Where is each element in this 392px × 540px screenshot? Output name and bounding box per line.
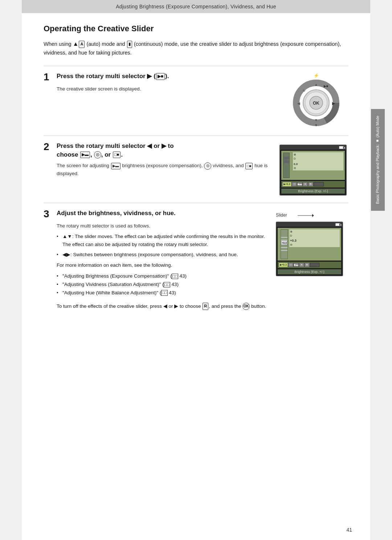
vividness-icon: ☉	[94, 151, 101, 158]
page-number: 41	[346, 527, 352, 533]
svg-text:↻: ↻	[303, 89, 306, 93]
svg-text:◀: ◀	[297, 101, 300, 105]
intro-text: When using ▲A (auto) mode and ▮ (continu…	[44, 39, 348, 57]
header-title: Adjusting Brightness (Exposure Compensat…	[116, 4, 276, 9]
step-1: 1 Press the rotary multi selector ▶ (▶■)…	[44, 66, 348, 128]
section-title: Operating the Creative Slider	[44, 24, 348, 33]
bullet-2: ◀▶: Switches between brightness (exposur…	[57, 251, 269, 259]
hue-icon: □■	[113, 152, 121, 158]
svg-text:⚡: ⚡	[313, 73, 319, 78]
svg-text:▼: ▼	[314, 123, 318, 127]
step-2-desc: The screen for adjusting ▶▬ brightness (…	[57, 162, 272, 177]
step-3: 3 Adjust the brightness, vividness, or h…	[44, 203, 348, 310]
step-1-desc: The creative slider screen is displayed.	[57, 85, 276, 93]
step-1-title: Press the rotary multi selector ▶ (▶■).	[57, 72, 276, 81]
svg-text:▶■: ▶■	[323, 84, 328, 88]
bullet-1: ▲▼: The slider moves. The effect can be …	[57, 233, 269, 248]
step-3-title: Adjust the brightness, vividness, or hue…	[57, 209, 269, 218]
brightness-icon: ▶▬	[80, 152, 90, 158]
step-2-number: 2	[44, 142, 52, 152]
step-3-desc1: The rotary multi selector is used as fol…	[57, 222, 269, 230]
step-3-number: 3	[44, 209, 52, 219]
ref-3: "Adjusting Hue (White Balance Adjustment…	[57, 289, 269, 297]
main-content: Operating the Creative Slider When using…	[22, 13, 370, 339]
h-icon-2: □■	[245, 163, 253, 169]
svg-text:▼: ▼	[314, 118, 318, 122]
v-icon-2: ☉	[204, 162, 211, 170]
ok-button-icon: OK	[242, 303, 250, 310]
page-header: Adjusting Brightness (Exposure Compensat…	[22, 0, 370, 13]
step-2-screen: ⊕ D 0.0 ⊖ ▶+0.0 ☉ ▶▬ ✕ R	[279, 145, 348, 196]
reset-icon: R	[203, 303, 208, 310]
page: Adjusting Brightness (Exposure Compensat…	[22, 0, 370, 540]
svg-text:OK: OK	[313, 101, 319, 106]
step-2-lcd-label: Brightness (Exp. +/-)	[281, 189, 345, 194]
svg-text:▲: ▲	[314, 82, 318, 86]
svg-text:▶: ▶	[332, 101, 335, 105]
step-3-bullets: ▲▼: The slider moves. The effect can be …	[57, 233, 269, 258]
step-1-image: ⚡ OK ▲ ▼ ◀	[283, 72, 348, 128]
b-icon-2: ▶▬	[111, 163, 121, 169]
creative-slider-icon: ▶■	[156, 73, 165, 80]
slider-label: Slider	[276, 212, 348, 220]
for-more-text: For more information on each item, see t…	[57, 261, 269, 269]
ref-list: "Adjusting Brightness (Exposure Compensa…	[57, 272, 269, 297]
step-2-title: Press the rotary multi selector ◀ or ▶ t…	[57, 142, 272, 159]
auto-mode-icon: A	[79, 41, 85, 48]
svg-marker-15	[312, 214, 314, 217]
right-tab: Basic Photography and Playback: ■ (Auto)…	[371, 109, 385, 211]
continuous-mode-icon: ▮	[127, 41, 132, 48]
right-tab-text: Basic Photography and Playback: ■ (Auto)…	[375, 116, 380, 204]
step-2: 2 Press the rotary multi selector ◀ or ▶…	[44, 136, 348, 196]
step-3-lcd-label: Brightness (Exp. +/-)	[278, 269, 341, 274]
ref-2: "Adjusting Vividness (Saturation Adjustm…	[57, 281, 269, 289]
step-1-number: 1	[44, 72, 52, 82]
footer-note: To turn off the effects of the creative …	[57, 302, 269, 310]
ref-1: "Adjusting Brightness (Exposure Compensa…	[57, 272, 269, 281]
step-3-screen-container: Slider	[276, 212, 348, 276]
